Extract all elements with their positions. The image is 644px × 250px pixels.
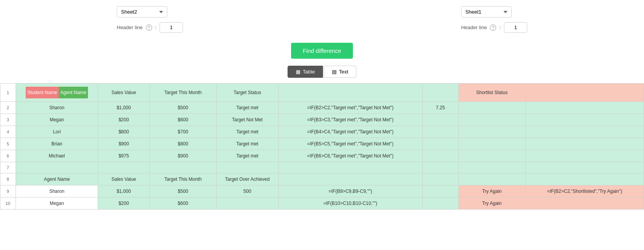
student-name-label: Student Name [26,87,59,98]
left-control-group: Sheet2 Sheet1 Header line ? : [117,6,183,33]
cell-num [422,114,458,126]
left-header-line-label: Header line [117,24,143,30]
cell-formula: =IF(B2>C2,"Target met","Target Not Met") [278,102,422,114]
cell-formula: =IF(B10>C10,B10-C10,"") [278,198,422,210]
cell-target-status [216,162,278,173]
find-difference-button[interactable]: Find difference [291,43,353,59]
left-sheet-dropdown[interactable]: Sheet2 Sheet1 [117,6,167,17]
cell-shortlist [458,126,525,138]
cell-target-status: Target met [216,150,278,162]
cell-sales: $1,000 [98,102,149,114]
row-num: 10 [0,198,16,210]
header-shortlist: Shortlist Status [458,84,525,102]
row-num: 4 [0,126,16,138]
right-sheet-dropdown[interactable]: Sheet1 Sheet2 [461,6,512,17]
cell-sales: $800 [98,126,149,138]
cell-shortlist [458,162,525,173]
header-target-month: Target This Month [149,84,216,102]
cell-formula2 [525,114,644,126]
cell-formula: =IF(B5>C5,"Target met","Target Not Met") [278,138,422,150]
right-header-line-group: Header line ? : [461,22,527,33]
cell-num [422,198,458,210]
table-icon: ▦ [296,69,300,75]
table-row: 6 Michael $975 $900 Target met =IF(B6>C6… [0,150,644,162]
cell-sales: $200 [98,198,149,210]
cell-shortlist [458,138,525,150]
cell-target-month: $900 [149,150,216,162]
cell-formula2 [525,138,644,150]
cell-name: Megan [16,114,98,126]
cell-formula [278,173,422,185]
header-name-cell: Student NameAgent Name [16,84,98,102]
cell-sales [98,162,149,173]
row-num: 2 [0,102,16,114]
diff-table-container: 1 Student NameAgent Name Sales Value Tar… [0,83,644,210]
right-sheet-select[interactable]: Sheet1 Sheet2 [461,6,527,17]
left-colon: : [155,24,157,30]
left-sheet-select[interactable]: Sheet2 Sheet1 [117,6,183,17]
row-num: 1 [0,84,16,102]
right-control-group: Sheet1 Sheet2 Header line ? : [461,6,527,33]
table-row: 2 Sharon $1,000 $500 Target met =IF(B2>C… [0,102,644,114]
cell-target-month: Target This Month [149,173,216,185]
cell-shortlist: Try Again [458,198,525,210]
agent-name-label: Agent Name [59,87,88,98]
table-row: 1 Student NameAgent Name Sales Value Tar… [0,84,644,102]
row-num: 9 [0,185,16,198]
cell-sales: $200 [98,114,149,126]
cell-name: Brian [16,138,98,150]
find-diff-section: Find difference [0,43,644,59]
cell-num: 7.25 [422,102,458,114]
text-icon: ▤ [332,69,337,75]
cell-target-month: $500 [149,185,216,198]
cell-target-month: $600 [149,114,216,126]
table-row: 4 Lori $800 $700 Target met =IF(B4>C4,"T… [0,126,644,138]
row-num: 5 [0,138,16,150]
cell-num [422,138,458,150]
cell-name: Michael [16,150,98,162]
cell-shortlist [458,150,525,162]
cell-target-status: Target Not Met [216,114,278,126]
cell-target-status: Target met [216,138,278,150]
cell-name: Sharon [16,102,98,114]
right-help-icon[interactable]: ? [490,24,496,31]
table-label: Table [303,69,315,75]
cell-target-month: $500 [149,102,216,114]
cell-target-status: Target Over Achieved [216,173,278,185]
text-view-button[interactable]: ▤ Text [324,66,356,78]
table-row: 8 Agent Name Sales Value Target This Mon… [0,173,644,185]
cell-formula2 [525,150,644,162]
cell-formula2 [525,162,644,173]
cell-formula2 [525,126,644,138]
view-toggle: ▦ Table ▤ Text [0,66,644,78]
cell-formula [278,162,422,173]
cell-sales: $1,000 [98,185,149,198]
cell-name [16,162,98,173]
cell-target-month: $800 [149,138,216,150]
header-target-status: Target Status [216,84,278,102]
left-help-icon[interactable]: ? [146,24,152,31]
cell-num [422,185,458,198]
row-num: 7 [0,162,16,173]
cell-num [422,162,458,173]
left-header-line-input[interactable] [160,22,183,33]
cell-target-status: Target met [216,102,278,114]
cell-formula2 [525,102,644,114]
row-num: 6 [0,150,16,162]
cell-sales: $975 [98,150,149,162]
cell-sales: Sales Value [98,173,149,185]
header-sales: Sales Value [98,84,149,102]
table-view-button[interactable]: ▦ Table [288,66,323,78]
table-row: 5 Brian $900 $800 Target met =IF(B5>C5,"… [0,138,644,150]
cell-target-status [216,198,278,210]
text-label: Text [339,69,348,75]
cell-shortlist: Try Again [458,185,525,198]
row-num: 8 [0,173,16,185]
cell-formula: =IF(B4>C4,"Target met","Target Not Met") [278,126,422,138]
table-row: 9 Sharon $1,000 $500 500 =IF(B9>C9,B9-C9… [0,185,644,198]
cell-formula: =IF(B3>C3,"Target met","Target Not Met") [278,114,422,126]
right-header-line-input[interactable] [504,22,527,33]
right-header-line-label: Header line [461,24,487,30]
cell-formula: =IF(B9>C9,B9-C9,"") [278,185,422,198]
cell-formula2 [525,198,644,210]
